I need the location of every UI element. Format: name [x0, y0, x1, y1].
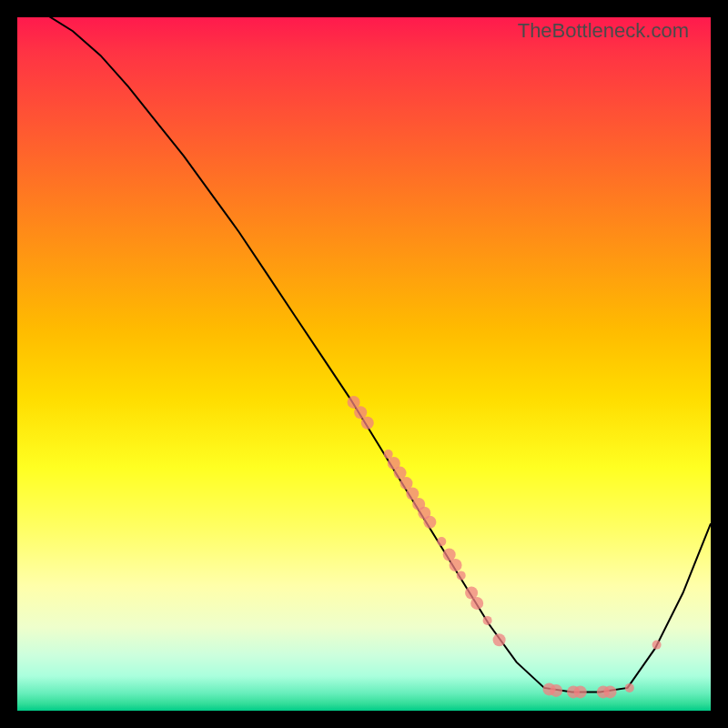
highlight-dot: [470, 597, 483, 610]
highlight-dot: [652, 641, 662, 650]
highlight-dot: [450, 559, 462, 571]
highlight-dot: [423, 516, 436, 529]
highlight-dot: [604, 685, 617, 698]
highlight-dot: [483, 616, 492, 625]
plot-svg: [17, 17, 711, 711]
highlight-dots-group: [348, 396, 662, 699]
highlight-dot: [550, 684, 562, 697]
highlight-dot: [437, 537, 446, 546]
bottleneck-curve: [17, 17, 711, 692]
highlight-dot: [361, 417, 374, 430]
highlight-dot: [457, 571, 466, 580]
chart-area: TheBottleneck.com: [17, 17, 711, 711]
highlight-dot: [625, 683, 634, 693]
watermark-text: TheBottleneck.com: [518, 19, 689, 43]
highlight-dot: [354, 406, 367, 419]
highlight-dot: [574, 685, 587, 698]
highlight-dot: [493, 633, 506, 646]
highlight-dot: [348, 396, 360, 409]
